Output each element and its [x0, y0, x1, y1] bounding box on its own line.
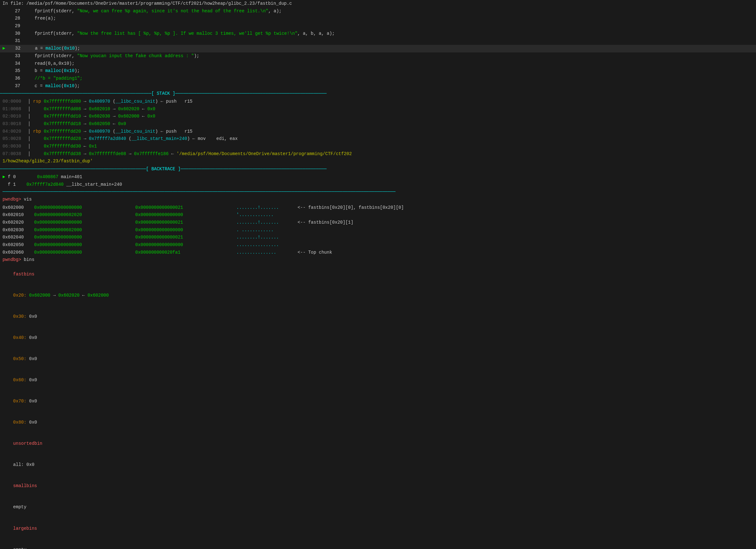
code-line-33: 33 fprintf(stderr, "Now youcan input the… — [0, 52, 756, 60]
code-28: free(a); — [24, 15, 56, 22]
code-36: //*b = "padding1"; — [24, 75, 82, 82]
smallbins-empty: empty — [0, 497, 756, 518]
arrow-29 — [3, 23, 8, 30]
separator-text: ────────────────────────────────────────… — [3, 189, 395, 196]
fastbin-0x30-val: 0x0 — [29, 314, 37, 319]
vis-ascii-4: ........!....... — [236, 234, 287, 241]
stack-line-0: 00:0000 │ rsp 0x7fffffffdd00 → 0x400970 … — [0, 98, 756, 106]
file-header: In file: /media/psf/Home/Documents/OneDr… — [0, 0, 756, 8]
largebins-header: largebins — [0, 518, 756, 539]
stack-content-6: │ 0x7fffffffdd30 ← 0x1 — [28, 143, 97, 150]
smallbins-header: smallbins — [0, 476, 756, 497]
vis-ascii-6: ............... — [236, 249, 287, 256]
stack-content-1: │ 0x7fffffffdd08 → 0x602010 → 0x602020 ←… — [28, 106, 155, 113]
stack-index-4: 04:0020 — [3, 128, 28, 135]
fastbin-0x60-label: 0x60: — [13, 377, 29, 382]
vis-line-2: 0x602020 0x0000000000000000 0x0000000000… — [0, 219, 756, 227]
arrow-32: ► — [3, 45, 8, 52]
stack-index-6: 06:0030 — [3, 143, 28, 150]
linenum-31: 31 — [9, 38, 24, 45]
stack-index-7: 07:0038 — [3, 151, 28, 158]
code-32: a = malloc(0x10); — [24, 45, 80, 52]
stack-index-3: 03:0018 — [3, 121, 28, 128]
fastbin-0x20: 0x20: 0x602000 → 0x602020 ← 0x602000 — [0, 285, 756, 306]
vis-val1-1: 0x0000000000602020 — [34, 212, 135, 219]
code-line-32: ► 32 a = malloc(0x10); — [0, 45, 756, 52]
vis-val1-3: 0x0000000000602000 — [34, 227, 135, 234]
largebins-empty: empty — [0, 539, 756, 549]
stack-line-3: 03:0018 │ 0x7fffffffdd18 → 0x602050 ← 0x… — [0, 120, 756, 128]
largebins-label: largebins — [13, 526, 37, 531]
fastbin-0x20-arrow2: ← — [80, 293, 88, 298]
linenum-36: 36 — [9, 75, 24, 82]
arrow-37 — [3, 83, 8, 90]
vis-ascii-5: ................ — [236, 242, 287, 249]
code-line-35: 35 b = malloc(0x10); — [0, 67, 756, 75]
backtrace-divider: ────────────────────────────────────────… — [0, 165, 756, 174]
fastbin-0x80-val: 0x0 — [29, 420, 37, 425]
vis-val1-4: 0x0000000000000000 — [34, 234, 135, 241]
fastbin-0x70: 0x70: 0x0 — [0, 391, 756, 412]
backtrace-arrow-0: ► — [3, 174, 5, 181]
fastbin-0x80-label: 0x80: — [13, 420, 29, 425]
stack-content-3: │ 0x7fffffffdd18 → 0x602050 ← 0x0 — [28, 121, 126, 128]
fastbin-0x40: 0x40: 0x0 — [0, 327, 756, 348]
fastbin-0x70-val: 0x0 — [29, 399, 37, 404]
arrow-36 — [3, 75, 8, 82]
vis-val2-6: 0x000000000020fa1 — [135, 249, 236, 256]
arrow-27 — [3, 8, 8, 15]
prompt-vis: pwndbg> vis — [0, 196, 756, 204]
vis-val2-4: 0x0000000000000021 — [135, 234, 236, 241]
code-line-27: 27 fprintf(stderr, "Now, we can free %p … — [0, 8, 756, 15]
linenum-32: 32 — [9, 45, 24, 52]
vis-addr-5: 0x602050 — [3, 242, 34, 249]
code-line-30: 30 fprintf(stderr, "Now the free list ha… — [0, 30, 756, 38]
fastbin-0x20-val2: 0x602020 — [58, 293, 79, 298]
code-34: read(0,a,0x10); — [24, 60, 75, 67]
vis-val2-3: 0x0000000000000000 — [135, 227, 236, 234]
linenum-37: 37 — [9, 83, 24, 90]
vis-ascii-0: ........!....... — [236, 204, 287, 211]
smallbins-label: smallbins — [13, 483, 37, 488]
prompt-label-vis: pwndbg> — [3, 196, 24, 203]
fastbin-0x60-val: 0x0 — [29, 377, 37, 382]
stack-content-0: │ rsp 0x7fffffffdd00 → 0x400970 (__libc_… — [28, 98, 192, 105]
fastbin-0x20-arrow1: → — [50, 293, 58, 298]
stack-line-5: 05:0028 │ 0x7fffffffdd28 → 0x7ffff7a2d84… — [0, 135, 756, 143]
vis-val1-2: 0x0000000000000000 — [34, 219, 135, 226]
separator-line: ────────────────────────────────────────… — [0, 188, 756, 196]
vis-line-4: 0x602040 0x0000000000000000 0x0000000000… — [0, 234, 756, 241]
stack-line-7: 07:0038 │ 0x7fffffffdd38 → 0x7fffffffde0… — [0, 150, 756, 158]
code-line-31: 31 — [0, 37, 756, 45]
stack-index-2: 02:0010 — [3, 113, 28, 120]
vis-addr-6: 0x602060 — [3, 249, 34, 256]
arrow-30 — [3, 30, 8, 37]
stack-index-0: 00:0000 — [3, 98, 28, 105]
vis-line-3: 0x602030 0x0000000000602000 0x0000000000… — [0, 227, 756, 234]
prompt-cmd-bins: bins — [24, 257, 34, 264]
stack-overflow: 1/how2heap/glibc_2.23/fastbin_dup' — [0, 158, 756, 165]
stack-index-1: 01:0008 — [3, 106, 28, 113]
fastbin-0x20-val3: 0x602000 — [88, 293, 109, 298]
stack-divider: ────────────────────────────────────────… — [0, 90, 756, 98]
backtrace-line-1: f 1 0x7ffff7a2d840 __libc_start_main+240 — [0, 181, 756, 189]
file-header-text: In file: /media/psf/Home/Documents/OneDr… — [3, 0, 292, 7]
vis-addr-3: 0x602030 — [3, 227, 34, 234]
arrow-31 — [3, 38, 8, 45]
linenum-34: 34 — [9, 60, 24, 67]
fastbin-0x40-label: 0x40: — [13, 335, 29, 340]
fastbin-0x50-val: 0x0 — [29, 356, 37, 361]
stack-overflow-text: 1/how2heap/glibc_2.23/fastbin_dup' — [3, 158, 93, 165]
largebins-empty-text: empty — [13, 547, 27, 549]
vis-val1-5: 0x0000000000000000 — [34, 242, 135, 249]
code-33: fprintf(stderr, "Now youcan input the fa… — [24, 53, 199, 60]
code-line-29: 29 — [0, 22, 756, 30]
unsortedbin-all: all: 0x0 — [0, 454, 756, 476]
linenum-30: 30 — [9, 30, 24, 37]
vis-addr-0: 0x602000 — [3, 204, 34, 211]
linenum-35: 35 — [9, 68, 24, 75]
vis-val2-2: 0x0000000000000021 — [135, 219, 236, 226]
code-30: fprintf(stderr, "Now the free list has [… — [24, 30, 335, 37]
arrow-28 — [3, 15, 8, 22]
code-line-28: 28 free(a); — [0, 15, 756, 22]
